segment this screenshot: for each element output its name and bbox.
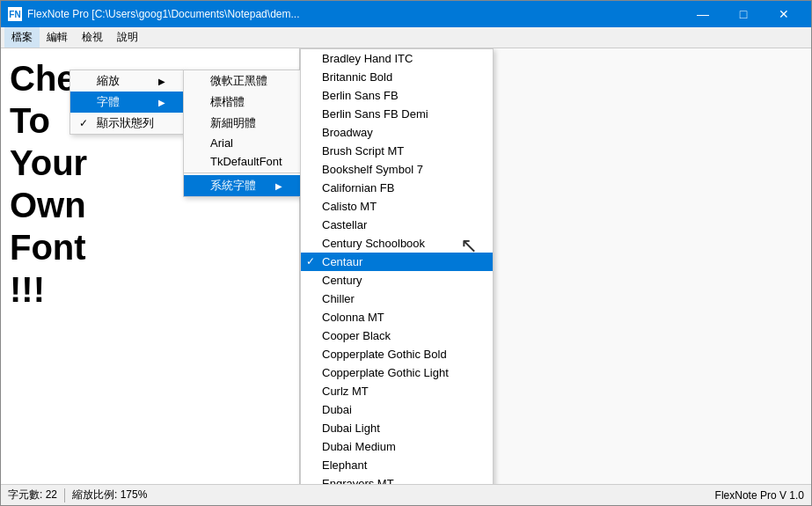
ctx-zoom[interactable]: 縮放 ▶ (70, 70, 183, 92)
window-title: FlexNote Pro [C:\Users\goog1\Documents\N… (27, 8, 683, 20)
font-list-item[interactable]: Cooper Black (301, 326, 493, 345)
font-list-item[interactable]: Castellar (301, 216, 493, 234)
system-font-arrow-icon: ▶ (275, 181, 282, 191)
font-list-item[interactable]: Copperplate Gothic Bold (301, 345, 493, 363)
app-version: FlexNote Pro V 1.0 (715, 489, 804, 502)
menu-view[interactable]: 檢視 (75, 27, 110, 48)
font-list-item[interactable]: Britannic Bold (301, 68, 493, 86)
font-list-item[interactable]: Centaur (301, 253, 493, 271)
font-list-item[interactable]: Curlz MT (301, 382, 493, 400)
font-list-item[interactable]: Colonna MT (301, 308, 493, 326)
font-list-item[interactable]: Berlin Sans FB Demi (301, 105, 493, 123)
font-list-item[interactable]: Californian FB (301, 179, 493, 197)
font-list-item[interactable]: Century (301, 271, 493, 290)
font-arial[interactable]: Arial (184, 134, 300, 152)
font-list-item[interactable]: Broadway (301, 123, 493, 142)
font-system[interactable]: 系統字體 ▶ (184, 175, 300, 196)
menu-bar: 檔案 編輯 檢視 說明 (1, 27, 811, 48)
font-submenu: 微軟正黑體 標楷體 新細明體 Arial TkDefaultFont 系統字體 … (183, 70, 301, 197)
font-list-item[interactable]: Copperplate Gothic Light (301, 363, 493, 382)
text-line-5: Font (10, 226, 290, 268)
status-separator (64, 488, 65, 502)
status-bar: 字元數: 22 縮放比例: 175% FlexNote Pro V 1.0 (1, 484, 811, 505)
font-list-item[interactable]: Dubai (301, 400, 493, 419)
font-list-item[interactable]: Elephant (301, 456, 493, 474)
menu-file[interactable]: 檔案 (4, 27, 40, 48)
font-list-item[interactable]: Engravers MT (301, 474, 493, 484)
ctx-statusbar[interactable]: 顯示狀態列 (70, 113, 183, 134)
ctx-font[interactable]: 字體 ▶ (70, 92, 183, 113)
font-pmingliu[interactable]: 新細明體 (184, 113, 300, 134)
word-count: 字元數: 22 (8, 488, 57, 502)
font-list-item[interactable]: Berlin Sans FB (301, 86, 493, 105)
maximize-button[interactable]: □ (723, 1, 764, 27)
font-list-item[interactable]: Bradley Hand ITC (301, 49, 493, 68)
font-list-item[interactable]: Chiller (301, 290, 493, 308)
window-controls: — □ ✕ (683, 1, 804, 27)
font-list-item[interactable]: Brush Script MT (301, 142, 493, 160)
font-menu-separator (184, 172, 300, 173)
font-list[interactable]: Bradley Hand ITCBritannic BoldBerlin San… (300, 48, 494, 484)
minimize-button[interactable]: — (683, 1, 723, 27)
font-microsoft-jhenghei[interactable]: 微軟正黑體 (184, 70, 300, 92)
font-list-item[interactable]: Dubai Medium (301, 437, 493, 456)
title-bar: FN FlexNote Pro [C:\Users\goog1\Document… (1, 1, 811, 27)
view-context-menu: 縮放 ▶ 字體 ▶ 顯示狀態列 (69, 70, 184, 135)
font-list-item[interactable]: Bookshelf Symbol 7 (301, 160, 493, 179)
main-window: FN FlexNote Pro [C:\Users\goog1\Document… (0, 0, 812, 506)
font-list-item[interactable]: Century Schoolbook (301, 234, 493, 253)
content-area: Chenge To Your Own Font !!! 縮放 ▶ 字體 ▶ 顯示… (1, 48, 811, 484)
menu-help[interactable]: 說明 (110, 27, 145, 48)
zoom-level: 縮放比例: 175% (72, 488, 147, 502)
font-list-item[interactable]: Calisto MT (301, 197, 493, 216)
font-biaokaitai[interactable]: 標楷體 (184, 92, 300, 113)
font-list-item[interactable]: Dubai Light (301, 419, 493, 437)
zoom-arrow-icon: ▶ (158, 77, 165, 86)
close-button[interactable]: ✕ (764, 1, 804, 27)
text-line-6: !!! (10, 268, 290, 311)
font-tkdefault[interactable]: TkDefaultFont (184, 152, 300, 171)
menu-edit[interactable]: 編輯 (40, 27, 75, 48)
app-icon: FN (8, 7, 22, 21)
font-arrow-icon: ▶ (158, 98, 165, 107)
